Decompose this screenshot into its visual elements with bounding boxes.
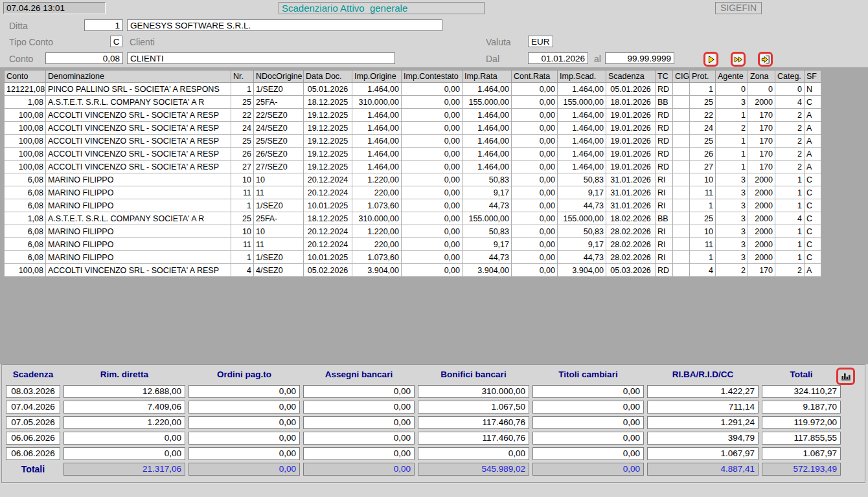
table-cell: 3 (716, 96, 748, 109)
table-row[interactable]: 6,08MARINO FILIPPO111120.12.2024220,000,… (5, 238, 821, 251)
conto-label: Conto (9, 53, 33, 65)
table-cell (673, 122, 690, 135)
table-cell (673, 109, 690, 122)
table-cell: ACCOLTI VINCENZO SRL - SOCIETA' A RESP (46, 160, 231, 173)
summary-value-cell: 0,00 (188, 432, 300, 445)
table-cell: 9,17 (463, 186, 512, 199)
table-cell: 1.464,00 (558, 122, 606, 135)
table-cell: 18.02.2026 (606, 212, 656, 225)
table-cell: 1/SEZ0 (254, 83, 304, 96)
table-cell: 0,00 (402, 238, 463, 251)
table-row[interactable]: 100,08ACCOLTI VINCENZO SRL - SOCIETA' A … (5, 109, 821, 122)
table-row[interactable]: 1,08A.S.T.E.T. S.R.L. COMPANY SOCIETA' A… (5, 96, 821, 109)
al-field[interactable] (605, 52, 674, 64)
table-cell: 1 (690, 83, 716, 96)
table-cell: 50,83 (558, 225, 606, 238)
table-row[interactable]: 1,08A.S.T.E.T. S.R.L. COMPANY SOCIETA' A… (5, 212, 821, 225)
conto-code-field[interactable] (45, 52, 123, 64)
table-cell: 155.000,00 (463, 96, 512, 109)
table-row[interactable]: 100,08ACCOLTI VINCENZO SRL - SOCIETA' A … (5, 148, 821, 160)
table-cell: 44,73 (463, 199, 512, 212)
column-header: SF (805, 71, 821, 83)
table-cell: 2000 (748, 173, 775, 186)
table-row[interactable]: 6,08MARINO FILIPPO101020.12.20241.220,00… (5, 173, 821, 186)
table-cell: 220,00 (352, 238, 402, 251)
table-cell: 6,08 (5, 225, 46, 238)
table-cell: 1 (716, 160, 748, 173)
table-cell: 1.464,00 (352, 148, 402, 160)
table-row[interactable]: 100,08ACCOLTI VINCENZO SRL - SOCIETA' A … (5, 264, 821, 277)
exit-button[interactable] (758, 52, 773, 67)
table-cell (673, 212, 690, 225)
table-cell: 10.01.2025 (304, 251, 352, 264)
table-cell: 1 (775, 238, 805, 251)
table-cell: 11 (690, 186, 716, 199)
table-cell: 0,00 (402, 264, 463, 277)
table-cell: 19.01.2026 (606, 135, 656, 148)
table-cell: 1.464,00 (352, 135, 402, 148)
column-header: Scadenza (606, 71, 656, 83)
dal-field[interactable] (528, 52, 588, 64)
table-row[interactable]: 6,08MARINO FILIPPO111120.12.2024220,000,… (5, 186, 821, 199)
ditta-name-field[interactable] (127, 19, 442, 31)
table-cell: 50,83 (463, 173, 512, 186)
table-cell: 1.464,00 (352, 160, 402, 173)
ditta-code-field[interactable] (84, 19, 123, 31)
table-cell: 0,00 (402, 212, 463, 225)
tipo-conto-name: Clienti (130, 36, 155, 48)
table-cell: 170 (748, 122, 775, 135)
chart-button[interactable] (836, 368, 855, 385)
summary-value-cell: 0,00 (532, 401, 644, 414)
column-header: Agente (716, 71, 748, 83)
table-cell: 0,00 (402, 83, 463, 96)
table-cell: 1 (775, 225, 805, 238)
table-row[interactable]: 100,08ACCOLTI VINCENZO SRL - SOCIETA' A … (5, 122, 821, 135)
table-row[interactable]: 100,08ACCOLTI VINCENZO SRL - SOCIETA' A … (5, 135, 821, 148)
table-row[interactable]: 6,08MARINO FILIPPO101020.12.20241.220,00… (5, 225, 821, 238)
fast-forward-button[interactable] (731, 52, 746, 67)
table-cell: 05.03.2026 (606, 264, 656, 277)
table-cell: 27 (690, 160, 716, 173)
table-cell: C (805, 251, 821, 264)
tipo-conto-code-field[interactable] (110, 36, 122, 47)
table-cell: 2000 (748, 212, 775, 225)
summary-value-cell: 117.460,76 (418, 416, 529, 429)
table-cell: C (805, 96, 821, 109)
table-cell: 2 (775, 264, 805, 277)
table-cell: 6,08 (5, 238, 46, 251)
table-row[interactable]: 6,08MARINO FILIPPO11/SEZ010.01.20251.073… (5, 251, 821, 264)
table-row[interactable]: 121221,08PINCO PALLINO SRL - SOCIETA' A … (5, 83, 821, 96)
summary-panel: ScadenzaRim. direttaOrdini pag.toAssegni… (1, 364, 865, 483)
table-cell (673, 225, 690, 238)
table-cell: 19.01.2026 (606, 148, 656, 160)
column-header: TC (656, 71, 673, 83)
table-cell: 3.904,00 (352, 264, 402, 277)
table-row[interactable]: 100,08ACCOLTI VINCENZO SRL - SOCIETA' A … (5, 160, 821, 173)
table-cell: 1.220,00 (352, 225, 402, 238)
summary-value-cell: 12.688,00 (63, 385, 185, 398)
summary-value-cell: 0,00 (532, 447, 644, 460)
table-cell: RD (656, 83, 673, 96)
table-cell: 3 (716, 238, 748, 251)
run-button[interactable] (703, 52, 718, 67)
scadenziario-table: ContoDenominazioneNr.NDocOrigineData Doc… (4, 70, 821, 277)
table-cell: 0,00 (402, 122, 463, 135)
table-cell: 155.000,00 (558, 96, 606, 109)
table-cell: 100,08 (5, 109, 46, 122)
table-cell: RI (656, 251, 673, 264)
valuta-field[interactable] (528, 36, 553, 47)
conto-name-field[interactable] (127, 52, 395, 64)
table-cell: 155.000,00 (463, 212, 512, 225)
table-cell: 1.464,00 (463, 83, 512, 96)
table-cell: 6,08 (5, 173, 46, 186)
table-cell: 0,00 (402, 135, 463, 148)
table-row[interactable]: 6,08MARINO FILIPPO11/SEZ010.01.20251.073… (5, 199, 821, 212)
summary-total-cell: 21.317,06 (63, 463, 185, 476)
column-header: Imp.Rata (463, 71, 512, 83)
table-cell: 11 (690, 238, 716, 251)
table-cell: 10 (690, 173, 716, 186)
table-cell: 25 (231, 212, 254, 225)
table-cell: 1/SEZ0 (254, 251, 304, 264)
summary-value-cell: 0,00 (532, 432, 644, 445)
table-cell: 20.12.2024 (304, 186, 352, 199)
